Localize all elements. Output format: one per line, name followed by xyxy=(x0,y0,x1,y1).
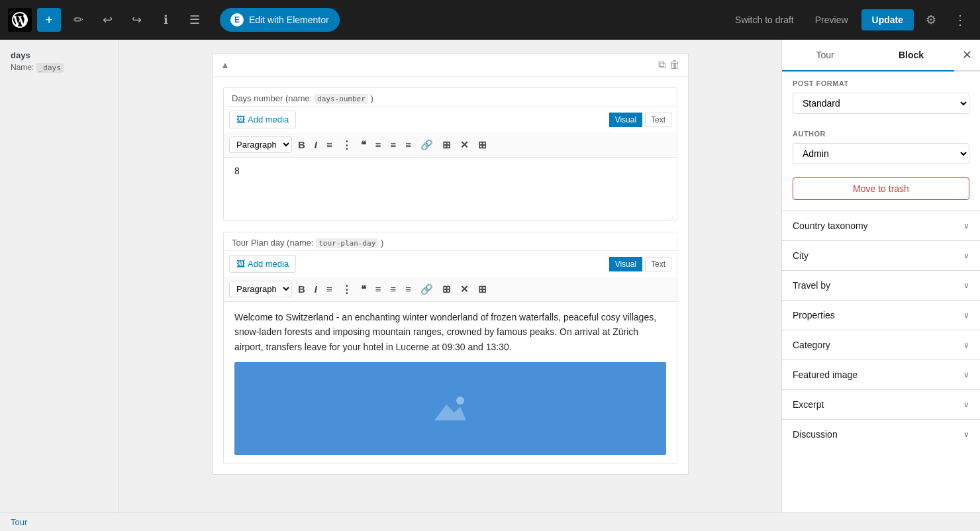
accordion-header-city[interactable]: City ∨ xyxy=(782,241,980,270)
switch-to-draft-button[interactable]: Switch to draft xyxy=(727,9,802,30)
add-media-icon-2: 🖼 xyxy=(236,259,245,269)
update-button[interactable]: Update xyxy=(861,9,914,30)
accordion-header-category[interactable]: Category ∨ xyxy=(782,330,980,360)
add-button[interactable]: + xyxy=(37,8,61,32)
main-content: ▲ ⧉ 🗑 Days number (name: days-number ) xyxy=(119,40,781,531)
redo-button[interactable]: ↪ xyxy=(124,8,148,32)
quote-btn-2[interactable]: ❝ xyxy=(358,281,369,297)
more-options-button[interactable]: ⋮ xyxy=(948,8,972,32)
add-media-label-2: Add media xyxy=(248,259,289,269)
resize-handle-1[interactable]: ⌟ xyxy=(224,211,677,220)
text-tab-1[interactable]: Text xyxy=(645,113,671,127)
move-to-trash-button[interactable]: Move to trash xyxy=(793,177,969,200)
visual-tab-2[interactable]: Visual xyxy=(609,257,642,271)
chevron-down-icon: ∨ xyxy=(963,221,969,230)
ul-btn-1[interactable]: ≡ xyxy=(323,137,336,152)
collapse-icon[interactable]: ▲ xyxy=(220,60,230,70)
more-toolbar-2[interactable]: ⊞ xyxy=(439,281,454,297)
page-layout: days Name: _days ▲ ⧉ 🗑 xyxy=(0,0,980,531)
accordion-header-featured[interactable]: Featured image ∨ xyxy=(782,360,980,389)
chevron-down-icon-discussion: ∨ xyxy=(963,430,969,439)
trash-section: Move to trash xyxy=(782,172,980,211)
undo-button[interactable]: ↩ xyxy=(95,8,119,32)
align-right-1[interactable]: ≡ xyxy=(402,137,415,152)
bottom-bar: Tour xyxy=(0,512,980,531)
align-left-1[interactable]: ≡ xyxy=(372,137,385,152)
accordion-label-discussion: Discussion xyxy=(793,429,838,440)
author-select[interactable]: Admin xyxy=(793,143,969,164)
editor-content-2[interactable]: Welcome to Switzerland - an enchanting w… xyxy=(224,302,677,463)
link-btn-2[interactable]: 🔗 xyxy=(417,281,436,297)
field-name: Name: _days xyxy=(11,63,108,72)
close-toolbar-2[interactable]: ✕ xyxy=(457,281,472,297)
days-number-desc: Days number (name: days-number ) xyxy=(232,93,373,103)
accordion-header-discussion[interactable]: Discussion ∨ xyxy=(782,420,980,449)
editor-content-1[interactable]: 8 xyxy=(224,158,677,211)
pencil-icon[interactable]: ✏ xyxy=(66,8,90,32)
preview-button[interactable]: Preview xyxy=(807,9,856,30)
paragraph-select-2[interactable]: Paragraph xyxy=(229,281,292,297)
tour-tab[interactable]: Tour xyxy=(782,40,868,72)
accordion-list: Country taxonomy ∨ City ∨ Travel by ∨ xyxy=(782,211,980,449)
left-panel: days Name: _days xyxy=(0,40,119,531)
accordion-featured-image: Featured image ∨ xyxy=(782,360,980,389)
close-toolbar-1[interactable]: ✕ xyxy=(457,137,472,153)
list-icon[interactable]: ☰ xyxy=(183,8,207,32)
ol-btn-2[interactable]: ⋮ xyxy=(338,281,355,297)
text-tab-2[interactable]: Text xyxy=(645,257,671,271)
italic-btn-1[interactable]: I xyxy=(311,137,320,152)
bold-btn-1[interactable]: B xyxy=(295,137,309,152)
align-right-2[interactable]: ≡ xyxy=(402,281,415,297)
align-center-1[interactable]: ≡ xyxy=(387,137,400,152)
more-toolbar-1[interactable]: ⊞ xyxy=(439,137,454,153)
italic-btn-2[interactable]: I xyxy=(311,281,320,297)
delete-icon[interactable]: 🗑 xyxy=(669,59,680,71)
paragraph-select-1[interactable]: Paragraph xyxy=(229,136,292,153)
accordion-label-country: Country taxonomy xyxy=(793,220,868,231)
accordion-header-properties[interactable]: Properties ∨ xyxy=(782,301,980,330)
post-format-section: POST FORMAT Standard xyxy=(782,72,980,122)
fullscreen-btn-1[interactable]: ⊞ xyxy=(475,137,490,153)
add-media-button-2[interactable]: 🖼 Add media xyxy=(229,255,296,273)
field-name-prefix: Name: xyxy=(11,63,34,72)
accordion-label-excerpt: Excerpt xyxy=(793,399,824,410)
fullscreen-btn-2[interactable]: ⊞ xyxy=(475,281,490,297)
quote-btn-1[interactable]: ❝ xyxy=(358,137,369,153)
align-center-2[interactable]: ≡ xyxy=(387,281,400,297)
link-btn-1[interactable]: 🔗 xyxy=(417,137,436,153)
align-left-2[interactable]: ≡ xyxy=(372,281,385,297)
accordion-discussion: Discussion ∨ xyxy=(782,419,980,449)
accordion-header-excerpt[interactable]: Excerpt ∨ xyxy=(782,390,980,419)
ul-btn-2[interactable]: ≡ xyxy=(323,281,336,297)
author-label: AUTHOR xyxy=(793,130,969,138)
accordion-travel-by: Travel by ∨ xyxy=(782,270,980,300)
accordion-header-travel[interactable]: Travel by ∨ xyxy=(782,271,980,300)
post-format-select[interactable]: Standard xyxy=(793,93,969,114)
edit-with-elementor-button[interactable]: E Edit with Elementor xyxy=(220,8,340,32)
visual-tab-1[interactable]: Visual xyxy=(609,113,642,127)
admin-bar-right: Switch to draft Preview Update ⚙ ⋮ xyxy=(727,8,972,32)
copy-icon[interactable]: ⧉ xyxy=(658,59,665,71)
bold-btn-2[interactable]: B xyxy=(295,281,309,297)
svg-point-0 xyxy=(456,397,464,405)
accordion-city: City ∨ xyxy=(782,240,980,270)
chevron-down-icon-city: ∨ xyxy=(963,251,969,260)
info-icon[interactable]: ℹ xyxy=(154,8,177,32)
chevron-down-icon-featured: ∨ xyxy=(963,370,969,379)
sidebar-close-button[interactable]: ✕ xyxy=(954,40,980,70)
accordion-excerpt: Excerpt ∨ xyxy=(782,389,980,419)
accordion-country-taxonomy: Country taxonomy ∨ xyxy=(782,211,980,240)
elementor-label: Edit with Elementor xyxy=(249,15,329,25)
field-name-code: _days xyxy=(36,63,64,73)
visual-text-tabs-2: Visual Text xyxy=(609,257,671,271)
add-media-button-1[interactable]: 🖼 Add media xyxy=(229,111,296,128)
accordion-label-category: Category xyxy=(793,340,830,350)
toolbar-row-1: Paragraph B I ≡ ⋮ ❝ ≡ ≡ ≡ 🔗 ⊞ ✕ ⊞ xyxy=(224,132,677,158)
accordion-header-country[interactable]: Country taxonomy ∨ xyxy=(782,211,980,240)
settings-button[interactable]: ⚙ xyxy=(919,8,943,32)
ol-btn-1[interactable]: ⋮ xyxy=(338,137,355,153)
breadcrumb-tour-link[interactable]: Tour xyxy=(11,517,27,527)
wordpress-logo[interactable] xyxy=(8,8,32,32)
chevron-down-icon-properties: ∨ xyxy=(963,311,969,320)
block-tab[interactable]: Block xyxy=(868,40,954,72)
